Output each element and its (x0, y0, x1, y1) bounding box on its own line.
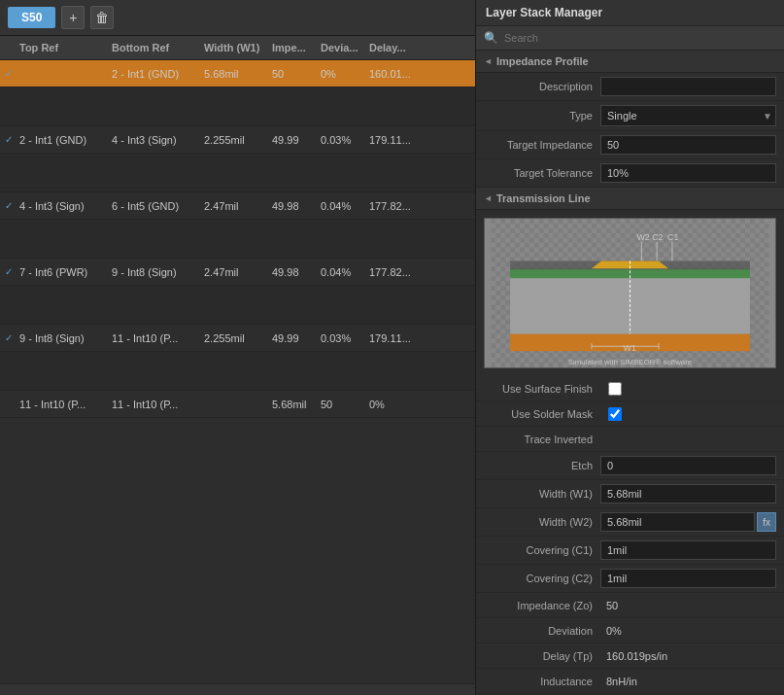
row-width: 5.68mil (200, 66, 268, 82)
row-bottom-ref: 6 - Int5 (GND) (108, 198, 200, 214)
transmission-line-section[interactable]: ◄ Transmission Line (476, 188, 784, 210)
svg-text:C2: C2 (652, 232, 663, 242)
description-value[interactable] (600, 77, 776, 96)
type-select-wrapper: Single Differential Coplanar ▼ (600, 105, 776, 126)
row-impedance: 49.99 (268, 330, 317, 346)
row-delay: 179.11... (365, 132, 433, 148)
use-solder-mask-checkbox[interactable] (608, 407, 622, 421)
spacer-row (0, 352, 475, 391)
covering-c2-label: Covering (C2) (484, 573, 600, 584)
row-impedance: 50 (268, 66, 317, 82)
description-label: Description (484, 81, 600, 92)
panel-title: Layer Stack Manager (476, 0, 784, 26)
row-impedance: 49.98 (268, 198, 317, 214)
covering-c2-row: Covering (C2) 1mil (476, 565, 784, 593)
covering-c2-value[interactable]: 1mil (600, 569, 776, 588)
collapse-arrow: ◄ (484, 56, 493, 66)
row-deviation: 0.03% (317, 330, 365, 346)
search-input[interactable] (504, 32, 776, 44)
fx-button[interactable]: fx (757, 512, 776, 532)
delete-button[interactable]: 🗑 (90, 6, 114, 29)
width-w2-row: Width (W2) 5.68mil fx (476, 508, 784, 537)
etch-value[interactable]: 0 (600, 456, 776, 475)
trace-inverted-label: Trace Inverted (484, 434, 600, 445)
row-width: 2.47mil (200, 198, 268, 214)
use-surface-finish-checkbox[interactable] (608, 382, 622, 396)
add-button[interactable]: + (61, 6, 85, 29)
transmission-diagram: W2 C2 C1 W1 Simulated with SIMBEOR® soft… (484, 218, 776, 368)
spacer-row (0, 154, 475, 192)
width-w1-row: Width (W1) 5.68mil (476, 480, 784, 508)
table-row[interactable]: 11 - Int10 (P... 11 - Int10 (P... 5.68mi… (0, 391, 475, 418)
row-top-ref: 7 - Int6 (PWR) (16, 264, 108, 280)
inductance-row: Inductance 8nH/in (476, 669, 784, 694)
row-bottom-ref: 11 - Int10 (P... (108, 330, 200, 346)
collapse-arrow: ◄ (484, 193, 493, 203)
row-bottom-ref: 9 - Int8 (Sign) (108, 264, 200, 280)
row-impedance: 5.68mil (268, 397, 317, 412)
inductance-label: Inductance (484, 676, 600, 687)
description-row: Description (476, 73, 784, 101)
row-deviation: 0.04% (317, 264, 365, 280)
col-check (0, 40, 16, 55)
row-delay: 179.11... (365, 330, 433, 346)
impedance-value: 50 (600, 598, 776, 613)
search-bar: 🔍 (476, 26, 784, 51)
target-impedance-row: Target Impedance 50 (476, 131, 784, 159)
row-impedance: 49.99 (268, 132, 317, 148)
table-body: ✓ 2 - Int1 (GND) 5.68mil 50 0% 160.01...… (0, 60, 475, 683)
impedance-row: Impedance (Zo) 50 (476, 593, 784, 618)
row-check: ✓ (0, 134, 16, 145)
width-w2-value[interactable]: 5.68mil (600, 512, 755, 532)
col-top-ref: Top Ref (16, 40, 108, 55)
target-tolerance-value[interactable]: 10% (600, 163, 776, 183)
table-row[interactable]: ✓ 9 - Int8 (Sign) 11 - Int10 (P... 2.255… (0, 325, 475, 352)
table-row[interactable]: ✓ 7 - Int6 (PWR) 9 - Int8 (Sign) 2.47mil… (0, 259, 475, 286)
row-top-ref (16, 72, 108, 76)
row-width: 2.255mil (200, 132, 268, 148)
row-delay: 160.01... (365, 66, 433, 82)
svg-text:Simulated with SIMBEOR® softwa: Simulated with SIMBEOR® software (568, 358, 693, 366)
deviation-label: Deviation (484, 625, 600, 637)
row-check: ✓ (0, 68, 16, 79)
target-tolerance-row: Target Tolerance 10% (476, 159, 784, 188)
target-impedance-value[interactable]: 50 (600, 135, 776, 155)
left-panel: S50 + 🗑 Top Ref Bottom Ref Width (W1) Im… (0, 0, 476, 695)
col-deviation: Devia... (317, 40, 365, 55)
etch-row: Etch 0 (476, 452, 784, 480)
deviation-row: Deviation 0% (476, 618, 784, 643)
section-label: Transmission Line (496, 192, 591, 204)
delay-row: Delay (Tp) 160.019ps/in (476, 643, 784, 669)
target-tolerance-label: Target Tolerance (484, 167, 600, 179)
row-bottom-ref: 4 - Int3 (Sign) (108, 132, 200, 148)
row-top-ref: 4 - Int3 (Sign) (16, 198, 108, 214)
table-row[interactable]: ✓ 4 - Int3 (Sign) 6 - Int5 (GND) 2.47mil… (0, 192, 475, 220)
row-bottom-ref: 2 - Int1 (GND) (108, 66, 200, 82)
horizontal-scrollbar[interactable] (0, 683, 475, 695)
col-impedance: Impe... (268, 40, 317, 55)
covering-c1-value[interactable]: 1mil (600, 540, 776, 560)
row-deviation: 50 (317, 397, 365, 412)
table-row[interactable]: ✓ 2 - Int1 (GND) 4 - Int3 (Sign) 2.255mi… (0, 126, 475, 154)
etch-label: Etch (484, 460, 600, 471)
row-top-ref: 11 - Int10 (P... (16, 397, 108, 412)
use-solder-mask-row: Use Solder Mask (476, 401, 784, 427)
section-label: Impedance Profile (496, 55, 589, 67)
spacer-row (0, 87, 475, 126)
covering-c1-label: Covering (C1) (484, 544, 600, 556)
impedance-profile-section[interactable]: ◄ Impedance Profile (476, 51, 784, 73)
type-select[interactable]: Single Differential Coplanar (600, 105, 776, 126)
row-width (200, 402, 268, 406)
deviation-value: 0% (600, 623, 776, 639)
layer-button[interactable]: S50 (8, 7, 55, 28)
spacer-row (0, 286, 475, 325)
use-surface-finish-label: Use Surface Finish (484, 383, 600, 395)
impedance-label: Impedance (Zo) (484, 600, 600, 611)
delay-label: Delay (Tp) (484, 650, 600, 662)
row-top-ref: 9 - Int8 (Sign) (16, 330, 108, 346)
row-top-ref: 2 - Int1 (GND) (16, 132, 108, 148)
width-w1-value[interactable]: 5.68mil (600, 484, 776, 504)
search-icon: 🔍 (484, 31, 498, 45)
delay-value: 160.019ps/in (600, 648, 776, 664)
table-row[interactable]: ✓ 2 - Int1 (GND) 5.68mil 50 0% 160.01... (0, 60, 475, 87)
